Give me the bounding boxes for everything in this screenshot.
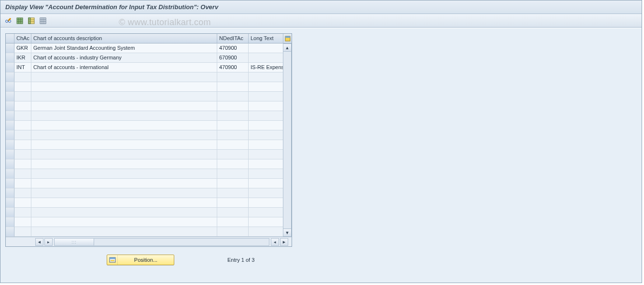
cell-empty[interactable] xyxy=(217,111,249,121)
toggle-change-display-button[interactable] xyxy=(3,16,13,26)
row-selector[interactable] xyxy=(6,111,14,121)
cell-empty[interactable] xyxy=(217,92,249,101)
cell-empty[interactable] xyxy=(249,140,283,150)
cell-desc[interactable]: Chart of accounts - international xyxy=(31,63,217,72)
cell-empty[interactable] xyxy=(14,72,31,82)
cell-empty[interactable] xyxy=(31,217,217,227)
row-selector[interactable] xyxy=(6,72,14,82)
cell-empty[interactable] xyxy=(249,101,283,111)
cell-chac[interactable]: GKR xyxy=(14,43,31,53)
col-header-select[interactable] xyxy=(6,34,14,43)
vertical-scrollbar[interactable]: ▲ ▼ xyxy=(283,43,292,237)
cell-empty[interactable] xyxy=(14,82,31,92)
cell-empty[interactable] xyxy=(249,188,283,198)
row-selector[interactable] xyxy=(6,92,14,101)
cell-longtext[interactable] xyxy=(249,53,283,63)
cell-empty[interactable] xyxy=(14,101,31,111)
cell-empty[interactable] xyxy=(217,208,249,217)
cell-empty[interactable] xyxy=(249,72,283,82)
cell-empty[interactable] xyxy=(249,82,283,92)
table-configure-button[interactable] xyxy=(283,34,292,43)
cell-empty[interactable] xyxy=(249,179,283,188)
row-selector[interactable] xyxy=(6,169,14,179)
cell-empty[interactable] xyxy=(249,169,283,179)
cell-empty[interactable] xyxy=(14,159,31,169)
row-selector[interactable] xyxy=(6,82,14,92)
cell-empty[interactable] xyxy=(14,217,31,227)
cell-empty[interactable] xyxy=(14,179,31,188)
row-selector[interactable] xyxy=(6,198,14,208)
cell-empty[interactable] xyxy=(217,188,249,198)
row-selector[interactable] xyxy=(6,179,14,188)
cell-nded[interactable]: 670900 xyxy=(217,53,249,63)
scroll-left-button[interactable]: ◄ xyxy=(35,238,43,246)
cell-empty[interactable] xyxy=(217,159,249,169)
row-selector[interactable] xyxy=(6,217,14,227)
col-header-nded[interactable]: NDedITAc xyxy=(217,34,249,43)
cell-empty[interactable] xyxy=(31,188,217,198)
cell-desc[interactable]: German Joint Standard Accounting System xyxy=(31,43,217,53)
row-selector[interactable] xyxy=(6,227,14,237)
cell-empty[interactable] xyxy=(14,140,31,150)
cell-empty[interactable] xyxy=(217,217,249,227)
cell-empty[interactable] xyxy=(217,130,249,140)
scroll-down-button[interactable]: ▼ xyxy=(283,228,292,237)
scroll-right-button[interactable]: ► xyxy=(280,238,288,246)
vertical-scroll-track[interactable] xyxy=(283,52,292,228)
cell-empty[interactable] xyxy=(14,130,31,140)
cell-empty[interactable] xyxy=(31,198,217,208)
cell-desc[interactable]: Chart of accounts - industry Germany xyxy=(31,53,217,63)
cell-empty[interactable] xyxy=(249,150,283,159)
cell-empty[interactable] xyxy=(217,140,249,150)
cell-empty[interactable] xyxy=(14,208,31,217)
cell-empty[interactable] xyxy=(249,208,283,217)
cell-longtext[interactable] xyxy=(249,43,283,53)
row-selector[interactable] xyxy=(6,130,14,140)
cell-empty[interactable] xyxy=(31,92,217,101)
horizontal-scrollbar[interactable]: ◄ ▸ ::: ◂ ► xyxy=(6,237,292,246)
cell-empty[interactable] xyxy=(249,130,283,140)
cell-empty[interactable] xyxy=(249,111,283,121)
cell-empty[interactable] xyxy=(31,140,217,150)
row-selector[interactable] xyxy=(6,159,14,169)
cell-empty[interactable] xyxy=(31,159,217,169)
cell-empty[interactable] xyxy=(249,198,283,208)
cell-empty[interactable] xyxy=(217,101,249,111)
select-block-button[interactable] xyxy=(27,16,36,26)
cell-empty[interactable] xyxy=(31,227,217,237)
cell-empty[interactable] xyxy=(217,169,249,179)
cell-empty[interactable] xyxy=(217,150,249,159)
cell-empty[interactable] xyxy=(31,121,217,130)
col-header-longtext[interactable]: Long Text xyxy=(249,34,283,43)
cell-empty[interactable] xyxy=(217,72,249,82)
cell-empty[interactable] xyxy=(249,159,283,169)
cell-empty[interactable] xyxy=(14,169,31,179)
cell-empty[interactable] xyxy=(217,198,249,208)
row-selector[interactable] xyxy=(6,150,14,159)
cell-chac[interactable]: IKR xyxy=(14,53,31,63)
cell-nded[interactable]: 470900 xyxy=(217,63,249,72)
cell-empty[interactable] xyxy=(31,111,217,121)
horizontal-scroll-track[interactable]: ::: xyxy=(54,238,269,246)
position-button[interactable]: Position... xyxy=(107,255,174,265)
cell-empty[interactable] xyxy=(14,198,31,208)
select-all-button[interactable] xyxy=(15,16,25,26)
cell-empty[interactable] xyxy=(14,111,31,121)
cell-chac[interactable]: INT xyxy=(14,63,31,72)
cell-longtext[interactable]: IS-RE Expenses xyxy=(249,63,283,72)
row-selector[interactable] xyxy=(6,63,14,72)
row-selector[interactable] xyxy=(6,43,14,53)
cell-empty[interactable] xyxy=(217,82,249,92)
scroll-right-step-button[interactable]: ◂ xyxy=(271,238,279,246)
cell-empty[interactable] xyxy=(31,208,217,217)
cell-empty[interactable] xyxy=(14,92,31,101)
cell-empty[interactable] xyxy=(31,101,217,111)
col-header-desc[interactable]: Chart of accounts description xyxy=(31,34,217,43)
col-header-chac[interactable]: ChAc xyxy=(14,34,31,43)
cell-empty[interactable] xyxy=(31,179,217,188)
cell-empty[interactable] xyxy=(217,227,249,237)
cell-nded[interactable]: 470900 xyxy=(217,43,249,53)
horizontal-scroll-thumb[interactable]: ::: xyxy=(55,239,94,245)
row-selector[interactable] xyxy=(6,188,14,198)
cell-empty[interactable] xyxy=(249,92,283,101)
